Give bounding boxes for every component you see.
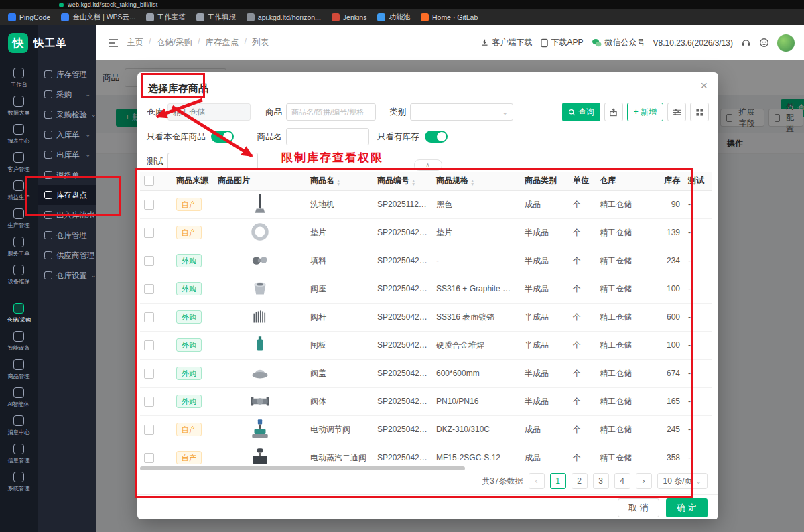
- rail-item[interactable]: 智能设备: [0, 328, 38, 356]
- cancel-button[interactable]: 取 消: [618, 498, 659, 517]
- page-button[interactable]: 4: [614, 473, 630, 489]
- breadcrumb-item[interactable]: 仓储/采购: [156, 37, 192, 48]
- table-row[interactable]: 外购闸板SP202504270...硬质合金堆焊半成品个精工仓储100-: [140, 331, 712, 359]
- support-headset-icon[interactable]: [741, 38, 751, 48]
- table-row[interactable]: 外购阀体SP202504270...PN10/PN16半成品个精工仓储165-: [140, 387, 712, 415]
- row-checkbox[interactable]: [144, 397, 154, 407]
- collapse-filters-button[interactable]: ∧: [414, 159, 442, 171]
- column-header[interactable]: 单位: [569, 172, 596, 190]
- rail-item[interactable]: 服务工单: [0, 233, 38, 261]
- page-button[interactable]: 1: [550, 473, 566, 489]
- column-header[interactable]: 商品来源: [172, 172, 214, 190]
- product-name-input[interactable]: [286, 128, 369, 145]
- menu-item[interactable]: 供应商管理: [38, 245, 96, 265]
- warehouse-input[interactable]: 精工仓储: [168, 103, 251, 121]
- row-checkbox[interactable]: [144, 453, 154, 463]
- bookmark-item[interactable]: 工作填报: [196, 13, 236, 22]
- table-row[interactable]: 外购阀座SP202504270...SS316 + Graphite 石墨密封半…: [140, 275, 712, 303]
- column-grid-icon-button[interactable]: [690, 103, 709, 121]
- horizontal-scrollbar[interactable]: [140, 466, 712, 470]
- rail-item[interactable]: 报表中心: [0, 121, 38, 149]
- modal-add-button[interactable]: + 新增: [627, 103, 663, 121]
- rail-item[interactable]: 仓储/采购: [0, 300, 38, 328]
- client-download-button[interactable]: 客户端下载: [480, 37, 533, 48]
- column-header[interactable]: 商品规格▲▼: [432, 172, 521, 190]
- user-avatar[interactable]: [777, 34, 795, 52]
- table-row[interactable]: 自产洗地机SP202511200...黑色成品个精工仓储90-: [140, 190, 712, 218]
- product-search-input[interactable]: 商品名/简拼/编号/规格: [286, 103, 376, 121]
- bookmark-item[interactable]: Home · GitLab: [421, 13, 478, 21]
- table-row[interactable]: 外购阀杆SP202504270...SS316 表面镀铬半成品个精工仓储600-: [140, 303, 712, 331]
- breadcrumb-item[interactable]: 库存盘点: [205, 37, 239, 48]
- page-button[interactable]: 3: [593, 473, 609, 489]
- rail-item[interactable]: 系统管理: [0, 468, 38, 496]
- bookmark-item[interactable]: 功能池: [377, 13, 410, 22]
- menu-item[interactable]: 出入库流水: [38, 205, 96, 225]
- row-checkbox[interactable]: [144, 312, 154, 322]
- menu-item[interactable]: 仓库设置⌄: [38, 265, 96, 285]
- menu-item[interactable]: 仓库管理: [38, 225, 96, 245]
- column-header[interactable]: 测试: [684, 172, 712, 190]
- sort-icon[interactable]: ▲▼: [470, 180, 474, 186]
- close-icon[interactable]: ×: [700, 79, 708, 93]
- menu-item[interactable]: 库存管理: [38, 64, 96, 84]
- rail-item[interactable]: 消息中心: [0, 412, 38, 440]
- rail-item[interactable]: 客户管理: [0, 149, 38, 177]
- sort-icon[interactable]: ▲▼: [411, 180, 415, 186]
- column-header[interactable]: 商品图片: [214, 172, 306, 190]
- theme-face-icon[interactable]: [759, 38, 769, 48]
- collapse-menu-icon[interactable]: [108, 38, 119, 48]
- download-app-button[interactable]: 下载APP: [541, 37, 584, 48]
- rail-item[interactable]: 工作台: [0, 64, 38, 92]
- page-button[interactable]: 2: [572, 473, 588, 489]
- row-checkbox[interactable]: [144, 284, 154, 294]
- row-checkbox[interactable]: [144, 425, 154, 435]
- row-checkbox[interactable]: [144, 200, 154, 210]
- table-row[interactable]: 外购阀盖SP202504270...600*600mm半成品个精工仓储674-: [140, 359, 712, 387]
- row-checkbox[interactable]: [144, 256, 154, 266]
- sort-icon[interactable]: ▲▼: [336, 180, 340, 186]
- rail-item[interactable]: 精益生产: [0, 177, 38, 205]
- bookmark-item[interactable]: api.kgd.ltd/horizon...: [247, 13, 321, 21]
- category-select[interactable]: ⌄: [410, 103, 513, 121]
- bookmark-item[interactable]: Jenkins: [332, 13, 367, 21]
- row-checkbox[interactable]: [144, 228, 154, 238]
- bookmark-item[interactable]: 金山文档 | WPS云...: [61, 13, 135, 22]
- menu-item[interactable]: 调拨单: [38, 165, 96, 185]
- menu-item[interactable]: 入库单⌄: [38, 125, 96, 145]
- only-warehouse-toggle[interactable]: [211, 131, 234, 143]
- rail-item[interactable]: 设备维保: [0, 261, 38, 289]
- column-header[interactable]: 仓库: [596, 172, 639, 190]
- rail-item[interactable]: 生产管理: [0, 205, 38, 233]
- menu-item[interactable]: 库存盘点: [38, 185, 96, 205]
- bookmark-item[interactable]: PingCode: [8, 13, 50, 21]
- row-checkbox[interactable]: [144, 369, 154, 379]
- menu-item[interactable]: 采购⌄: [38, 84, 96, 105]
- rail-item[interactable]: 信息管理: [0, 440, 38, 468]
- bookmark-item[interactable]: 工作宝塔: [146, 13, 186, 22]
- select-all-checkbox[interactable]: [144, 176, 154, 186]
- scrollbar-thumb[interactable]: [140, 466, 465, 470]
- test-input[interactable]: [168, 153, 258, 170]
- page-size-select[interactable]: 10 条/页⌄: [657, 473, 708, 489]
- wechat-official-button[interactable]: 微信公众号: [592, 37, 645, 48]
- column-header[interactable]: 商品编号▲▼: [373, 172, 432, 190]
- tab-url[interactable]: web.kgd.ltd/stock_taking_bill/list: [68, 1, 157, 8]
- only-stock-toggle[interactable]: [425, 131, 448, 143]
- table-row[interactable]: 自产电动调节阀SP202504260...DKZ-310/310C成品个精工仓储…: [140, 415, 712, 444]
- column-header[interactable]: 库存: [639, 172, 684, 190]
- column-header[interactable]: 商品名▲▼: [306, 172, 373, 190]
- row-checkbox[interactable]: [144, 340, 154, 350]
- table-row[interactable]: 自产垫片SP202504270...垫片半成品个精工仓储139-: [140, 218, 712, 247]
- breadcrumb-item[interactable]: 主页: [127, 37, 143, 48]
- prev-page-button[interactable]: ‹: [529, 473, 545, 489]
- modal-search-button[interactable]: 查询: [562, 103, 600, 121]
- menu-item[interactable]: 采购检验⌄: [38, 105, 96, 125]
- filter-settings-icon-button[interactable]: [667, 103, 686, 121]
- export-icon-button[interactable]: [604, 103, 623, 121]
- table-row[interactable]: 外购填料SP202504270...-半成品个精工仓储234-: [140, 247, 712, 275]
- rail-item[interactable]: 商品管理: [0, 356, 38, 384]
- column-header[interactable]: 商品类别: [521, 172, 569, 190]
- menu-item[interactable]: 出库单⌄: [38, 145, 96, 165]
- rail-item[interactable]: AI智能体: [0, 384, 38, 412]
